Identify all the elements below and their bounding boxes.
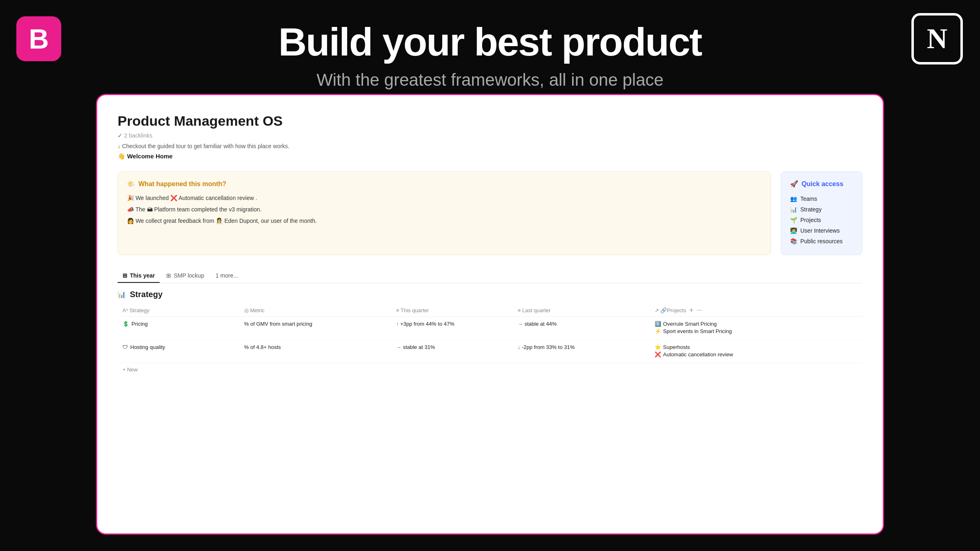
- tabs-bar: ⊞ This year ⊞ SMP lockup 1 more...: [118, 270, 862, 283]
- cell-thisq-pricing: ↑ +3pp from 44% to 47%: [391, 317, 513, 340]
- cell-metric-pricing: % of GMV from smart pricing: [239, 317, 391, 340]
- user-interviews-label: User Interviews: [800, 227, 840, 234]
- pricing-thisq-value: +3pp from 44% to 47%: [400, 321, 454, 327]
- cell-metric-hosting: % of 4.8+ hosts: [239, 340, 391, 363]
- quick-access-header: 🚀 Quick access: [790, 180, 853, 188]
- welcome-home-link[interactable]: 👋 Welcome Home: [118, 153, 862, 160]
- th-strategy: Aᵃ Strategy: [118, 304, 239, 317]
- projects-emoji: 🌱: [790, 217, 797, 223]
- quick-item-public-resources[interactable]: 📚 Public resources: [790, 236, 853, 247]
- cell-lastq-pricing: → stable at 44%: [513, 317, 650, 340]
- strategy-section-icon: 📊: [118, 291, 126, 298]
- table-row: 💲 Pricing % of GMV from smart pricing ↑ …: [118, 317, 862, 340]
- tab-smp-icon: ⊞: [166, 272, 171, 279]
- cell-strategy-hosting: 🛡 Hosting quality: [118, 340, 239, 363]
- overrule-emoji: 1️⃣: [655, 321, 661, 327]
- quick-access-card: 🚀 Quick access 👥 Teams 📊 Strategy 🌱 Proj…: [781, 171, 862, 255]
- pricing-thisq-tag: ↑: [396, 321, 399, 327]
- strategy-emoji: 📊: [790, 206, 797, 213]
- pricing-lastq-value: stable at 44%: [524, 321, 557, 327]
- public-resources-emoji: 📚: [790, 238, 797, 244]
- tab-this-year[interactable]: ⊞ This year: [118, 270, 160, 283]
- hosting-metric: % of 4.8+ hosts: [244, 344, 281, 350]
- strategy-label: Strategy: [800, 206, 822, 213]
- project-item-auto-cancel[interactable]: ❌ Automatic cancellation review: [655, 351, 858, 358]
- project-item-overrule[interactable]: 1️⃣ Overrule Smart Pricing: [655, 321, 858, 327]
- th-metric: ◎ Metric: [239, 304, 391, 317]
- quick-access-emoji: 🚀: [790, 180, 798, 188]
- th-metric-label: ◎ Metric: [244, 307, 265, 313]
- table-row: 🛡 Hosting quality % of 4.8+ hosts → stab…: [118, 340, 862, 363]
- th-more-options-button[interactable]: ···: [697, 307, 702, 314]
- hero-title: Build your best product: [0, 20, 980, 64]
- tab-smp-label: SMP lockup: [174, 272, 204, 279]
- cell-strategy-pricing: 💲 Pricing: [118, 317, 239, 340]
- happened-card: 🌤️ What happened this month? 🎉 We launch…: [118, 171, 771, 255]
- happened-line-2: 📣 The 🏔 Platform team completed the v3 m…: [127, 205, 762, 215]
- pricing-lastq-tag: →: [518, 321, 523, 327]
- auto-cancel-emoji: ❌: [655, 351, 661, 358]
- quick-access-list: 👥 Teams 📊 Strategy 🌱 Projects 👩‍💻 User I…: [790, 193, 853, 247]
- superhosts-label: Superhosts: [663, 344, 690, 350]
- strategy-section: ⊞ This year ⊞ SMP lockup 1 more... 📊 Str…: [118, 270, 862, 376]
- hero-subtitle: With the greatest frameworks, all in one…: [0, 70, 980, 90]
- sport-events-label: Sport events in Smart Pricing: [663, 328, 732, 334]
- happened-body: 🎉 We launched ❌ Automatic cancellation r…: [127, 193, 762, 226]
- tab-more-label: 1 more...: [216, 272, 238, 279]
- quick-item-teams[interactable]: 👥 Teams: [790, 193, 853, 204]
- cell-projects-hosting: ⭐ Superhosts ❌ Automatic cancellation re…: [650, 340, 862, 363]
- quick-access-title: Quick access: [802, 180, 843, 188]
- quick-item-projects[interactable]: 🌱 Projects: [790, 215, 853, 225]
- happened-header: 🌤️ What happened this month?: [127, 180, 762, 188]
- th-strategy-label: Aᵃ Strategy: [122, 307, 149, 313]
- pricing-icon: 💲: [122, 321, 129, 327]
- page-title: Product Management OS: [118, 113, 862, 129]
- sport-events-emoji: ⚡: [655, 328, 661, 334]
- overrule-label: Overrule Smart Pricing: [663, 321, 717, 327]
- th-projects-label: ↗ 🔗Projects: [655, 307, 686, 313]
- happened-title: What happened this month?: [138, 180, 226, 188]
- projects-label: Projects: [800, 217, 821, 223]
- project-item-superhosts[interactable]: ⭐ Superhosts: [655, 344, 858, 350]
- hosting-lastq-value: -2pp from 33% to 31%: [522, 344, 575, 350]
- happened-line-3: 👩 We collect great feedback from 👩‍💼 Ede…: [127, 216, 762, 226]
- pricing-metric: % of GMV from smart pricing: [244, 321, 312, 327]
- user-interviews-emoji: 👩‍💻: [790, 227, 797, 234]
- cell-lastq-hosting: ↓ -2pp from 33% to 31%: [513, 340, 650, 363]
- tab-this-year-icon: ⊞: [122, 272, 127, 279]
- quick-item-user-interviews[interactable]: 👩‍💻 User Interviews: [790, 225, 853, 236]
- tab-more[interactable]: 1 more...: [211, 270, 243, 283]
- happened-emoji: 🌤️: [127, 180, 135, 188]
- cell-thisq-hosting: → stable at 31%: [391, 340, 513, 363]
- pricing-label[interactable]: Pricing: [131, 321, 148, 327]
- quick-item-strategy[interactable]: 📊 Strategy: [790, 204, 853, 215]
- th-last-quarter: ≡ Last quarter: [513, 304, 650, 317]
- two-col-section: 🌤️ What happened this month? 🎉 We launch…: [118, 171, 862, 255]
- strategy-section-title: Strategy: [130, 290, 163, 299]
- superhosts-emoji: ⭐: [655, 344, 661, 350]
- th-this-quarter: ≡ This quarter: [391, 304, 513, 317]
- hosting-thisq-value: stable at 31%: [403, 344, 435, 350]
- hero-section: Build your best product With the greates…: [0, 20, 980, 90]
- hosting-label[interactable]: Hosting quality: [130, 344, 165, 350]
- happened-line-1: 🎉 We launched ❌ Automatic cancellation r…: [127, 193, 762, 203]
- backlinks-check-icon: ✓: [118, 132, 122, 139]
- tab-smp-lockup[interactable]: ⊞ SMP lockup: [161, 270, 209, 283]
- hosting-thisq-tag: →: [396, 344, 401, 350]
- th-last-quarter-label: ≡ Last quarter: [518, 307, 551, 313]
- public-resources-label: Public resources: [800, 238, 843, 244]
- project-item-sport-events[interactable]: ⚡ Sport events in Smart Pricing: [655, 328, 858, 334]
- auto-cancel-label: Automatic cancellation review: [663, 351, 733, 358]
- strategy-table: Aᵃ Strategy ◎ Metric ≡ This quarter ≡ La…: [118, 304, 862, 363]
- hosting-lastq-tag: ↓: [518, 344, 521, 350]
- hosting-icon: 🛡: [122, 344, 128, 350]
- backlinks-count: 2 backlinks: [124, 132, 152, 139]
- tab-this-year-label: This year: [130, 272, 155, 279]
- teams-emoji: 👥: [790, 196, 797, 202]
- add-new-row-button[interactable]: + New: [118, 363, 862, 376]
- strategy-title-row: 📊 Strategy: [118, 290, 862, 299]
- th-add-column-button[interactable]: +: [689, 307, 693, 314]
- teams-label: Teams: [800, 196, 817, 202]
- backlinks: ✓ 2 backlinks: [118, 132, 862, 139]
- main-card: Product Management OS ✓ 2 backlinks ↓ Ch…: [96, 94, 884, 535]
